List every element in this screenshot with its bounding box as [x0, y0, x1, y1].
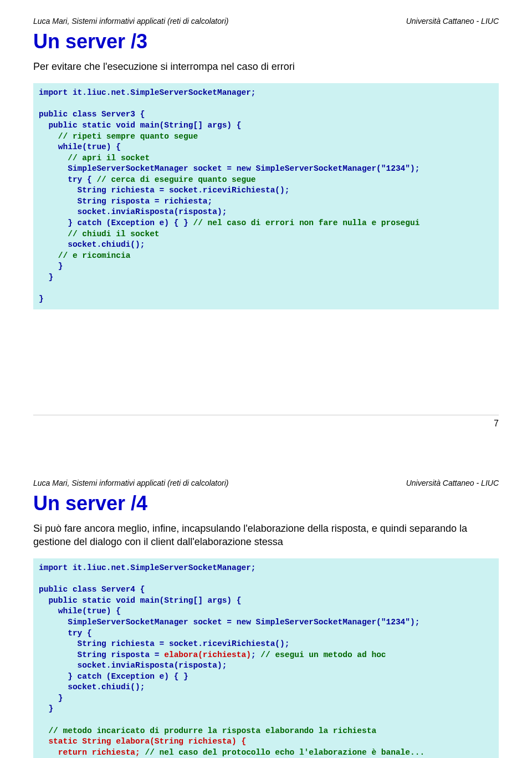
code-line: while(true) {	[39, 143, 121, 151]
code-comment: // apri il socket	[39, 154, 150, 162]
header-left: Luca Mari, Sistemi informativi applicati…	[33, 479, 228, 487]
code-line: SimpleServerSocketManager socket = new S…	[39, 618, 420, 627]
slide-header: Luca Mari, Sistemi informativi applicati…	[33, 479, 499, 487]
code-line: try {	[39, 629, 92, 638]
header-right: Università Cattaneo - LIUC	[406, 17, 499, 26]
code-line: ;	[251, 650, 256, 659]
slide-7: Luca Mari, Sistemi informativi applicati…	[0, 0, 532, 440]
code-line: }	[39, 262, 63, 271]
code-comment: // chiudi il socket	[39, 230, 160, 238]
code-line: String risposta = richiesta;	[39, 197, 212, 206]
code-line: }	[39, 704, 53, 713]
code-comment: // ripeti sempre quanto segue	[39, 132, 198, 141]
code-line: }	[39, 294, 44, 303]
code-line: String risposta =	[39, 650, 164, 659]
code-block: import it.liuc.net.SimpleServerSocketMan…	[33, 83, 499, 309]
code-line: import it.liuc.net.SimpleServerSocketMan…	[39, 88, 256, 97]
code-line: public static void main(String[] args) {	[39, 121, 241, 130]
code-line: socket.chiudi();	[39, 240, 145, 249]
code-comment: // metodo incaricato di produrre la risp…	[39, 726, 376, 735]
code-line: } catch (Exception e) { }	[39, 218, 188, 227]
code-line: public class Server3 {	[39, 110, 145, 119]
code-line: try {	[39, 175, 92, 184]
slide-subtitle: Si può fare ancora meglio, infine, incap…	[33, 522, 499, 549]
code-block: import it.liuc.net.SimpleServerSocketMan…	[33, 558, 499, 758]
code-comment: // nel caso del protocollo echo l'elabor…	[140, 748, 424, 757]
code-highlight: return richiesta;	[39, 748, 140, 757]
slide-subtitle: Per evitare che l'esecuzione si interrom…	[33, 60, 499, 73]
code-line: while(true) {	[39, 607, 121, 615]
code-comment: // cerca di eseguire quanto segue	[92, 175, 256, 184]
code-line: socket.inviaRisposta(risposta);	[39, 661, 227, 670]
code-line: String richiesta = socket.riceviRichiest…	[39, 639, 289, 648]
code-comment: // e ricomincia	[39, 251, 130, 260]
slide-header: Luca Mari, Sistemi informativi applicati…	[33, 17, 499, 26]
page-number: 7	[494, 419, 499, 428]
code-line: } catch (Exception e) { }	[39, 672, 188, 681]
code-line: }	[39, 273, 53, 282]
slide-title: Un server /3	[33, 30, 499, 53]
code-line: socket.chiudi();	[39, 683, 145, 691]
slide-footer: 7	[33, 415, 499, 429]
code-highlight: elabora(richiesta)	[164, 650, 251, 659]
code-line: }	[39, 694, 63, 703]
code-line: socket.inviaRisposta(risposta);	[39, 207, 227, 216]
slide-title: Un server /4	[33, 492, 499, 515]
slide-8: Luca Mari, Sistemi informativi applicati…	[0, 462, 532, 758]
code-line: public static void main(String[] args) {	[39, 596, 241, 605]
code-highlight: static String elabora(String richiesta) …	[39, 737, 246, 746]
header-right: Università Cattaneo - LIUC	[406, 479, 499, 487]
code-line: SimpleServerSocketManager socket = new S…	[39, 164, 420, 173]
code-comment: // esegui un metodo ad hoc	[256, 650, 386, 659]
header-left: Luca Mari, Sistemi informativi applicati…	[33, 17, 228, 26]
code-line: public class Server4 {	[39, 585, 145, 594]
code-line: import it.liuc.net.SimpleServerSocketMan…	[39, 563, 256, 572]
code-comment: // nel caso di errori non fare nulla e p…	[188, 218, 420, 227]
code-line: String richiesta = socket.riceviRichiest…	[39, 186, 289, 195]
